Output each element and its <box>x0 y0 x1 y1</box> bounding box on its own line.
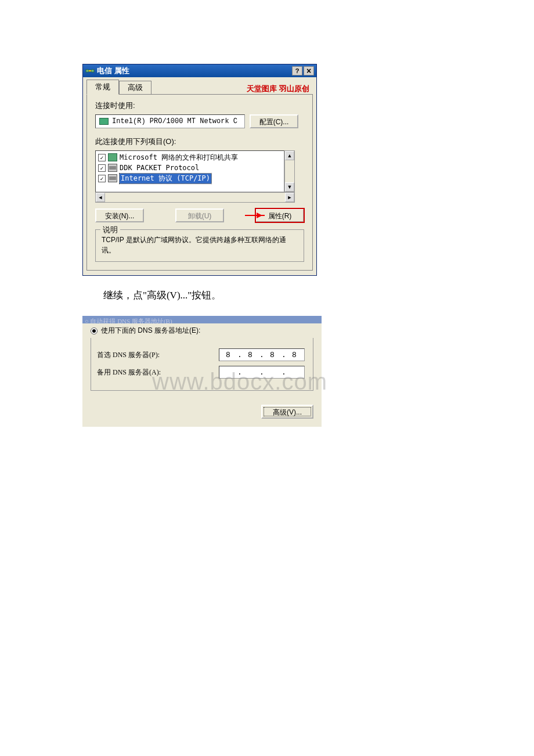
components-listbox[interactable]: Microsoft 网络的文件和打印机共享 DDK PACKET Protoco… <box>95 150 284 192</box>
dns-settings-panel: ○ 自动获得 DNS 服务器地址(B) 使用下面的 DNS 服务器地址(E): … <box>82 316 322 427</box>
svg-rect-0 <box>86 70 89 72</box>
network-properties-dialog: 电信 属性 常规 高级 天堂图库 羽山原创 连接时使用: Intel(R) PR… <box>82 64 317 276</box>
watermark-text: 天堂图库 羽山原创 <box>247 84 313 94</box>
scroll-down-icon[interactable]: ▼ <box>285 182 294 192</box>
network-icon <box>85 66 95 75</box>
configure-button[interactable]: 配置(C)... <box>250 114 298 128</box>
install-button[interactable]: 安装(N)... <box>95 208 144 222</box>
use-dns-label: 使用下面的 DNS 服务器地址(E): <box>101 326 200 336</box>
titlebar[interactable]: 电信 属性 <box>83 64 316 77</box>
list-item[interactable]: Internet 协议 (TCP/IP) <box>97 173 283 183</box>
annotation-arrow-icon <box>245 215 265 216</box>
adapter-field: Intel(R) PRO/1000 MT Network C <box>95 114 245 128</box>
description-text: TCP/IP 是默认的广域网协议。它提供跨越多种互联网络的通讯。 <box>102 235 298 255</box>
alternate-dns-input[interactable]: . . . <box>219 366 305 379</box>
radio-icon[interactable] <box>91 327 98 334</box>
list-item-label: DDK PACKET Protocol <box>120 164 199 172</box>
protocol-icon <box>108 174 117 182</box>
list-item[interactable]: Microsoft 网络的文件和打印机共享 <box>97 152 283 163</box>
scroll-left-icon[interactable]: ◄ <box>96 193 105 202</box>
adapter-name: Intel(R) PRO/1000 MT Network C <box>112 117 237 125</box>
share-icon <box>108 153 117 161</box>
preferred-dns-label: 首选 DNS 服务器(P): <box>97 350 219 360</box>
list-item-label: Microsoft 网络的文件和打印机共享 <box>120 153 238 163</box>
vertical-scrollbar[interactable]: ▲ ▼ <box>284 150 295 192</box>
nic-icon <box>99 118 109 125</box>
items-label: 此连接使用下列项目(O): <box>95 136 304 147</box>
instruction-text: 继续，点"高级(V)..."按钮。 <box>103 289 534 302</box>
tab-general[interactable]: 常规 <box>86 80 119 95</box>
help-button[interactable] <box>292 66 302 75</box>
connect-using-label: 连接时使用: <box>95 100 304 111</box>
close-button[interactable] <box>304 66 314 75</box>
list-item[interactable]: DDK PACKET Protocol <box>97 163 283 173</box>
preferred-dns-input[interactable]: 8. 8. 8. 8 <box>219 348 305 361</box>
tab-advanced[interactable]: 高级 <box>119 81 151 94</box>
list-item-label: Internet 协议 (TCP/IP) <box>120 174 211 183</box>
advanced-button[interactable]: 高级(V)... <box>261 405 313 419</box>
horizontal-scrollbar[interactable]: ◄ ► <box>95 192 295 203</box>
checkbox-icon[interactable] <box>98 154 106 161</box>
scroll-right-icon[interactable]: ► <box>285 193 294 202</box>
checkbox-icon[interactable] <box>98 175 106 182</box>
use-dns-radio-row[interactable]: 使用下面的 DNS 服务器地址(E): <box>91 323 313 339</box>
protocol-icon <box>108 164 117 172</box>
scroll-up-icon[interactable]: ▲ <box>285 151 294 160</box>
svg-rect-1 <box>91 70 94 72</box>
alternate-dns-label: 备用 DNS 服务器(A): <box>97 368 219 377</box>
checkbox-icon[interactable] <box>98 164 106 172</box>
description-legend: 说明 <box>100 225 120 235</box>
dialog-title: 电信 属性 <box>97 66 292 76</box>
uninstall-button: 卸载(U) <box>175 208 224 222</box>
description-group: 说明 TCP/IP 是默认的广域网协议。它提供跨越多种互联网络的通讯。 <box>95 229 304 262</box>
auto-dns-radio-cutoff: ○ 自动获得 DNS 服务器地址(B) <box>82 316 322 323</box>
